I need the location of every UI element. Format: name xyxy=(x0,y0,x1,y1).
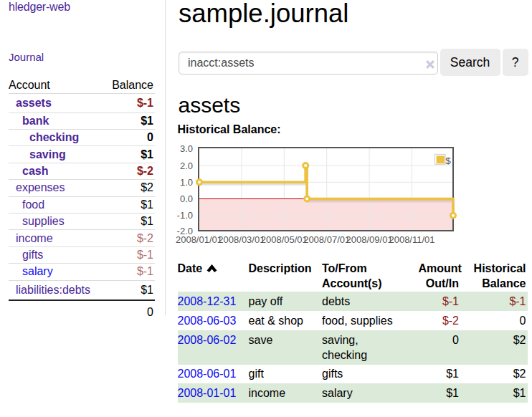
svg-text:1.0: 1.0 xyxy=(180,177,193,188)
svg-text:2008/03/01: 2008/03/01 xyxy=(218,234,265,245)
svg-text:2008/05/01: 2008/05/01 xyxy=(261,234,308,245)
svg-text:2008/11/01: 2008/11/01 xyxy=(389,234,434,245)
svg-text:$: $ xyxy=(445,155,451,166)
svg-text:-1.0: -1.0 xyxy=(177,210,193,221)
svg-text:2008/01/01: 2008/01/01 xyxy=(176,234,222,245)
svg-text:2008/07/01: 2008/07/01 xyxy=(303,234,350,245)
svg-text:2008/09/01: 2008/09/01 xyxy=(346,234,393,245)
svg-text:2.0: 2.0 xyxy=(180,160,193,171)
svg-text:3.0: 3.0 xyxy=(180,143,193,154)
svg-text:0.0: 0.0 xyxy=(180,193,193,204)
